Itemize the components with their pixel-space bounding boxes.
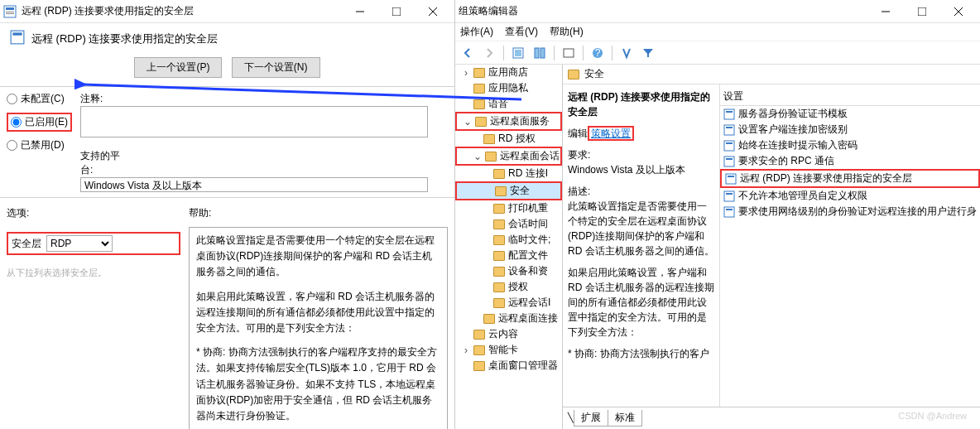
svg-rect-1 [6, 7, 14, 10]
toolbar-icon[interactable] [509, 44, 527, 62]
tree-item[interactable]: 语音 [455, 96, 562, 112]
tree-item[interactable]: 桌面窗口管理器 [455, 358, 562, 374]
policy-name: 远程 (RDP) 连接要求使用指定的安全层 [31, 31, 218, 46]
tree-item[interactable]: 远程会话I [455, 295, 562, 311]
svg-rect-31 [724, 191, 734, 201]
svg-rect-26 [726, 142, 733, 144]
nav-tree[interactable]: ›应用商店 应用隐私 语音 ⌄远程桌面服务 RD 授权 ⌄远程桌面会话 RD 连… [455, 65, 563, 429]
svg-rect-27 [724, 157, 734, 166]
prev-setting-button[interactable]: 上一个设置(P) [134, 57, 222, 78]
list-item-selected[interactable]: 远程 (RDP) 连接要求使用指定的安全层 [720, 169, 980, 188]
tab-extended[interactable]: 扩展 [574, 410, 608, 427]
policy-title: 远程 (RDP) 连接要求使用指定的安全层 [568, 89, 714, 119]
tree-item[interactable]: 设备和资 [455, 263, 562, 279]
svg-rect-2 [6, 12, 14, 12]
toolbar-icon[interactable] [531, 44, 549, 62]
tree-item-security[interactable]: 安全 [455, 181, 562, 200]
menu-action[interactable]: 操作(A) [460, 25, 493, 39]
svg-text:?: ? [595, 47, 601, 59]
next-setting-button[interactable]: 下一个设置(N) [232, 57, 320, 78]
tree-item[interactable]: 打印机重 [455, 200, 562, 216]
radio-not-configured[interactable]: 未配置(C) [7, 92, 72, 106]
list-item[interactable]: 要求使用网络级别的身份验证对远程连接的用户进行身 [720, 204, 980, 219]
svg-rect-17 [540, 48, 545, 58]
svg-rect-15 [515, 50, 521, 56]
list-item[interactable]: 不允许本地管理员自定义权限 [720, 188, 980, 204]
tree-item-session[interactable]: ⌄远程桌面会话 [455, 147, 562, 166]
edit-policy-link[interactable]: 策略设置 [588, 126, 634, 141]
toolbar-icon[interactable] [617, 44, 636, 62]
svg-rect-33 [724, 207, 734, 217]
filter-button[interactable] [639, 44, 657, 62]
svg-rect-25 [724, 141, 734, 151]
back-button[interactable] [459, 44, 477, 62]
tab-standard[interactable]: 标准 [608, 410, 642, 427]
panel-header: 安全 [563, 65, 980, 84]
svg-rect-5 [392, 7, 401, 16]
svg-rect-24 [726, 127, 733, 128]
radio-enabled[interactable]: 已启用(E) [7, 113, 72, 132]
description-panel: 远程 (RDP) 连接要求使用指定的安全层 编辑策略设置 要求: Windows… [563, 84, 720, 407]
tree-item[interactable]: RD 连接I [455, 166, 562, 181]
platform-value: Windows Vista 及以上版本 [80, 177, 428, 192]
watermark: CSDN @Andrew [898, 411, 967, 421]
toolbar: ? [455, 41, 980, 65]
tree-item[interactable]: 应用隐私 [455, 80, 562, 96]
dialog-titlebar: 远程 (RDP) 连接要求使用指定的安全层 [0, 0, 454, 23]
svg-rect-9 [12, 32, 22, 35]
list-item[interactable]: 设置客户端连接加密级别 [720, 122, 980, 137]
comment-field[interactable] [80, 106, 428, 137]
svg-rect-23 [724, 125, 734, 135]
menubar: 操作(A) 查看(V) 帮助(H) [455, 23, 980, 41]
svg-rect-21 [724, 109, 734, 119]
minimize-button[interactable] [342, 0, 378, 23]
policy-dialog: 远程 (RDP) 连接要求使用指定的安全层 远程 (RDP) 连接要求使用指定的… [0, 0, 455, 429]
options-label: 选项: [7, 206, 189, 220]
tree-item[interactable]: 会话时间 [455, 216, 562, 232]
gpedit-window: 组策略编辑器 操作(A) 查看(V) 帮助(H) ? [455, 0, 980, 429]
tree-item[interactable]: 云内容 [455, 326, 562, 342]
svg-rect-28 [726, 158, 733, 160]
tree-item[interactable]: ›应用商店 [455, 65, 562, 80]
column-header[interactable]: 设置 [720, 88, 980, 106]
minimize-button[interactable] [867, 0, 904, 23]
menu-help[interactable]: 帮助(H) [550, 25, 584, 39]
svg-rect-18 [564, 49, 574, 57]
svg-rect-22 [726, 111, 733, 113]
close-button[interactable] [415, 0, 451, 23]
svg-rect-29 [726, 174, 736, 184]
forward-button[interactable] [480, 44, 498, 62]
radio-disabled[interactable]: 已禁用(D) [7, 138, 72, 152]
list-item[interactable]: 始终在连接时提示输入密码 [720, 137, 980, 153]
close-button[interactable] [940, 0, 977, 23]
security-layer-select[interactable]: RDP [46, 235, 113, 252]
menu-view[interactable]: 查看(V) [505, 25, 538, 39]
gpedit-titlebar: 组策略编辑器 [455, 0, 980, 23]
tree-item-rds[interactable]: ⌄远程桌面服务 [455, 112, 562, 131]
dialog-icon [3, 5, 17, 18]
tree-item[interactable]: ›智能卡 [455, 342, 562, 358]
tree-item[interactable]: 授权 [455, 279, 562, 295]
tree-item[interactable]: RD 授权 [455, 131, 562, 147]
platform-label: 支持的平台: [80, 149, 130, 177]
maximize-button[interactable] [904, 0, 940, 23]
comment-label: 注释: [80, 92, 130, 106]
tree-item[interactable]: 远程桌面连接 [455, 311, 562, 326]
tree-item[interactable]: 配置文件 [455, 248, 562, 263]
svg-rect-16 [535, 48, 539, 58]
policy-list: 设置 服务器身份验证证书模板 设置客户端连接加密级别 始终在连接时提示输入密码 … [720, 84, 980, 407]
security-layer-label: 安全层 [12, 237, 41, 251]
help-label: 帮助: [189, 206, 211, 220]
gpedit-title: 组策略编辑器 [459, 4, 867, 18]
policy-icon [10, 30, 25, 47]
list-item[interactable]: 要求安全的 RPC 通信 [720, 153, 980, 169]
list-item[interactable]: 服务器身份验证证书模板 [720, 106, 980, 122]
svg-rect-11 [918, 7, 926, 16]
svg-rect-32 [726, 193, 733, 195]
help-button[interactable]: ? [588, 44, 607, 62]
tree-item[interactable]: 临时文件; [455, 232, 562, 248]
toolbar-icon[interactable] [560, 44, 578, 62]
maximize-button[interactable] [378, 0, 415, 23]
svg-rect-30 [728, 176, 734, 177]
help-text-area[interactable]: 此策略设置指定是否需要使用一个特定的安全层在远程桌面协议(RDP)连接期间保护的… [189, 227, 448, 429]
